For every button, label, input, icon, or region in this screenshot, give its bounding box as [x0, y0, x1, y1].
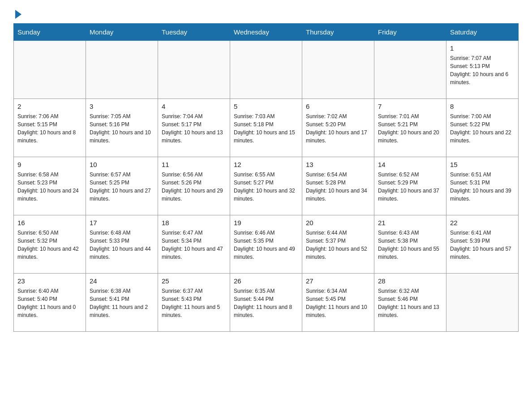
- day-number: 19: [234, 218, 298, 227]
- day-number: 11: [162, 160, 226, 169]
- calendar-day-cell: [374, 41, 446, 99]
- day-number: 23: [17, 276, 82, 286]
- day-number: 14: [378, 160, 442, 169]
- calendar-day-cell: 14Sunrise: 6:52 AM Sunset: 5:29 PM Dayli…: [374, 157, 446, 215]
- calendar-day-header: Thursday: [302, 24, 374, 41]
- calendar-day-cell: 18Sunrise: 6:47 AM Sunset: 5:34 PM Dayli…: [158, 215, 230, 274]
- calendar-header-row: SundayMondayTuesdayWednesdayThursdayFrid…: [14, 24, 519, 41]
- calendar-day-cell: 4Sunrise: 7:04 AM Sunset: 5:17 PM Daylig…: [158, 99, 230, 157]
- day-info: Sunrise: 6:43 AM Sunset: 5:38 PM Dayligh…: [378, 229, 442, 261]
- day-info: Sunrise: 7:03 AM Sunset: 5:18 PM Dayligh…: [234, 112, 298, 145]
- day-info: Sunrise: 7:07 AM Sunset: 5:13 PM Dayligh…: [450, 54, 515, 86]
- calendar-week-row: 1Sunrise: 7:07 AM Sunset: 5:13 PM Daylig…: [14, 41, 519, 99]
- page-header: [13, 9, 519, 19]
- calendar-day-cell: [86, 41, 158, 99]
- day-info: Sunrise: 6:32 AM Sunset: 5:46 PM Dayligh…: [378, 287, 442, 319]
- day-info: Sunrise: 6:34 AM Sunset: 5:45 PM Dayligh…: [306, 287, 370, 319]
- day-info: Sunrise: 7:05 AM Sunset: 5:16 PM Dayligh…: [90, 112, 154, 145]
- calendar-day-cell: 17Sunrise: 6:48 AM Sunset: 5:33 PM Dayli…: [86, 215, 158, 274]
- day-info: Sunrise: 7:02 AM Sunset: 5:20 PM Dayligh…: [306, 112, 370, 145]
- day-number: 6: [306, 102, 370, 111]
- day-number: 9: [17, 160, 82, 169]
- calendar-day-cell: 23Sunrise: 6:40 AM Sunset: 5:40 PM Dayli…: [14, 274, 86, 332]
- day-number: 25: [162, 276, 226, 286]
- calendar-day-cell: 7Sunrise: 7:01 AM Sunset: 5:21 PM Daylig…: [374, 99, 446, 157]
- calendar-day-cell: 22Sunrise: 6:41 AM Sunset: 5:39 PM Dayli…: [446, 215, 519, 274]
- day-number: 22: [450, 218, 515, 227]
- calendar-day-cell: 12Sunrise: 6:55 AM Sunset: 5:27 PM Dayli…: [230, 157, 302, 215]
- day-info: Sunrise: 7:04 AM Sunset: 5:17 PM Dayligh…: [162, 112, 226, 145]
- logo-arrow-icon: [15, 10, 21, 19]
- day-number: 2: [17, 102, 82, 111]
- day-info: Sunrise: 6:38 AM Sunset: 5:41 PM Dayligh…: [90, 287, 154, 319]
- day-number: 3: [90, 102, 154, 111]
- day-number: 4: [162, 102, 226, 111]
- calendar-day-cell: 26Sunrise: 6:35 AM Sunset: 5:44 PM Dayli…: [230, 274, 302, 332]
- day-info: Sunrise: 6:47 AM Sunset: 5:34 PM Dayligh…: [162, 229, 226, 261]
- day-info: Sunrise: 6:54 AM Sunset: 5:28 PM Dayligh…: [306, 171, 370, 203]
- calendar-day-cell: 21Sunrise: 6:43 AM Sunset: 5:38 PM Dayli…: [374, 215, 446, 274]
- day-number: 26: [234, 276, 298, 286]
- calendar-day-header: Saturday: [446, 24, 519, 41]
- calendar-day-cell: [446, 274, 519, 332]
- day-number: 15: [450, 160, 515, 169]
- calendar-day-cell: [302, 41, 374, 99]
- calendar-day-cell: 1Sunrise: 7:07 AM Sunset: 5:13 PM Daylig…: [446, 41, 519, 99]
- day-number: 20: [306, 218, 370, 227]
- calendar-week-row: 9Sunrise: 6:58 AM Sunset: 5:23 PM Daylig…: [14, 157, 519, 215]
- calendar-week-row: 23Sunrise: 6:40 AM Sunset: 5:40 PM Dayli…: [14, 274, 519, 332]
- calendar-day-cell: 8Sunrise: 7:00 AM Sunset: 5:22 PM Daylig…: [446, 99, 519, 157]
- logo: [13, 9, 21, 19]
- calendar-day-cell: 2Sunrise: 7:06 AM Sunset: 5:15 PM Daylig…: [14, 99, 86, 157]
- calendar-day-cell: 28Sunrise: 6:32 AM Sunset: 5:46 PM Dayli…: [374, 274, 446, 332]
- calendar-week-row: 2Sunrise: 7:06 AM Sunset: 5:15 PM Daylig…: [14, 99, 519, 157]
- calendar-week-row: 16Sunrise: 6:50 AM Sunset: 5:32 PM Dayli…: [14, 215, 519, 274]
- day-number: 8: [450, 102, 515, 111]
- day-number: 13: [306, 160, 370, 169]
- day-number: 18: [162, 218, 226, 227]
- calendar-day-cell: 19Sunrise: 6:46 AM Sunset: 5:35 PM Dayli…: [230, 215, 302, 274]
- day-number: 16: [17, 218, 82, 227]
- calendar-day-cell: 24Sunrise: 6:38 AM Sunset: 5:41 PM Dayli…: [86, 274, 158, 332]
- calendar-day-cell: 6Sunrise: 7:02 AM Sunset: 5:20 PM Daylig…: [302, 99, 374, 157]
- day-number: 5: [234, 102, 298, 111]
- day-number: 7: [378, 102, 442, 111]
- day-info: Sunrise: 6:35 AM Sunset: 5:44 PM Dayligh…: [234, 287, 298, 319]
- calendar-day-header: Friday: [374, 24, 446, 41]
- calendar-day-cell: [230, 41, 302, 99]
- calendar-day-cell: 9Sunrise: 6:58 AM Sunset: 5:23 PM Daylig…: [14, 157, 86, 215]
- day-info: Sunrise: 7:00 AM Sunset: 5:22 PM Dayligh…: [450, 112, 515, 145]
- calendar-day-cell: 16Sunrise: 6:50 AM Sunset: 5:32 PM Dayli…: [14, 215, 86, 274]
- day-info: Sunrise: 6:55 AM Sunset: 5:27 PM Dayligh…: [234, 171, 298, 203]
- calendar-table: SundayMondayTuesdayWednesdayThursdayFrid…: [13, 23, 519, 332]
- calendar-day-header: Sunday: [14, 24, 86, 41]
- day-info: Sunrise: 6:41 AM Sunset: 5:39 PM Dayligh…: [450, 229, 515, 261]
- day-number: 1: [450, 43, 515, 53]
- calendar-day-header: Tuesday: [158, 24, 230, 41]
- day-info: Sunrise: 7:01 AM Sunset: 5:21 PM Dayligh…: [378, 112, 442, 145]
- calendar-day-cell: 13Sunrise: 6:54 AM Sunset: 5:28 PM Dayli…: [302, 157, 374, 215]
- calendar-day-cell: 15Sunrise: 6:51 AM Sunset: 5:31 PM Dayli…: [446, 157, 519, 215]
- calendar-day-cell: 11Sunrise: 6:56 AM Sunset: 5:26 PM Dayli…: [158, 157, 230, 215]
- day-number: 27: [306, 276, 370, 286]
- day-info: Sunrise: 6:56 AM Sunset: 5:26 PM Dayligh…: [162, 171, 226, 203]
- day-info: Sunrise: 6:50 AM Sunset: 5:32 PM Dayligh…: [17, 229, 82, 261]
- calendar-day-cell: [14, 41, 86, 99]
- calendar-day-cell: 5Sunrise: 7:03 AM Sunset: 5:18 PM Daylig…: [230, 99, 302, 157]
- day-number: 10: [90, 160, 154, 169]
- day-number: 17: [90, 218, 154, 227]
- calendar-day-header: Monday: [86, 24, 158, 41]
- calendar-day-cell: 3Sunrise: 7:05 AM Sunset: 5:16 PM Daylig…: [86, 99, 158, 157]
- calendar-day-cell: [158, 41, 230, 99]
- day-info: Sunrise: 6:51 AM Sunset: 5:31 PM Dayligh…: [450, 171, 515, 203]
- day-number: 21: [378, 218, 442, 227]
- calendar-day-cell: 25Sunrise: 6:37 AM Sunset: 5:43 PM Dayli…: [158, 274, 230, 332]
- day-info: Sunrise: 6:52 AM Sunset: 5:29 PM Dayligh…: [378, 171, 442, 203]
- calendar-day-cell: 10Sunrise: 6:57 AM Sunset: 5:25 PM Dayli…: [86, 157, 158, 215]
- day-info: Sunrise: 6:57 AM Sunset: 5:25 PM Dayligh…: [90, 171, 154, 203]
- day-info: Sunrise: 6:37 AM Sunset: 5:43 PM Dayligh…: [162, 287, 226, 319]
- day-info: Sunrise: 6:48 AM Sunset: 5:33 PM Dayligh…: [90, 229, 154, 261]
- day-number: 12: [234, 160, 298, 169]
- day-info: Sunrise: 7:06 AM Sunset: 5:15 PM Dayligh…: [17, 112, 82, 145]
- calendar-day-cell: 20Sunrise: 6:44 AM Sunset: 5:37 PM Dayli…: [302, 215, 374, 274]
